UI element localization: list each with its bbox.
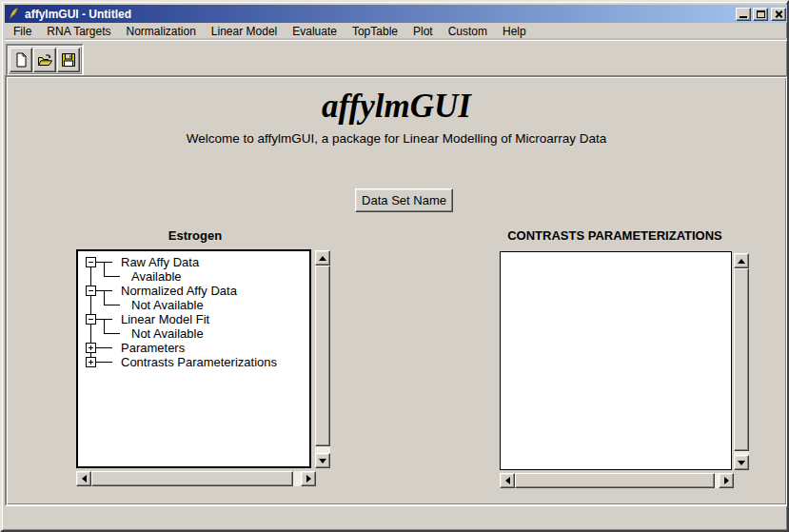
save-file-button[interactable] xyxy=(57,48,80,72)
title-bar[interactable]: affylmGUI - Untitled xyxy=(5,5,788,23)
close-icon xyxy=(774,10,783,18)
scroll-left-button[interactable] xyxy=(76,471,91,486)
minus-icon xyxy=(89,290,93,291)
tree-branch-line xyxy=(96,362,112,363)
down-arrow-icon xyxy=(738,461,745,465)
scroll-up-button[interactable] xyxy=(734,253,749,268)
toolbar xyxy=(6,44,84,76)
close-button[interactable] xyxy=(771,8,786,21)
right-panel-title: CONTRASTS PARAMETERIZATIONS xyxy=(495,228,735,244)
tree-drop-line xyxy=(104,262,105,276)
menu-item-plot[interactable]: Plot xyxy=(405,23,441,41)
menu-item-help[interactable]: Help xyxy=(495,23,534,41)
scrollbar-thumb[interactable] xyxy=(315,266,330,446)
minus-icon xyxy=(89,262,93,263)
tree-item-normalized-affy-data[interactable]: Normalized Affy Data xyxy=(121,284,237,298)
tree-item-not-available[interactable]: Not Available xyxy=(131,326,204,341)
data-set-name-button[interactable]: Data Set Name xyxy=(355,188,453,212)
menu-item-file[interactable]: File xyxy=(6,23,39,41)
tree-item-raw-affy-data[interactable]: Raw Affy Data xyxy=(121,255,199,269)
right-arrow-icon xyxy=(306,475,311,483)
contrasts-listbox[interactable] xyxy=(500,251,732,470)
menu-item-linear-model[interactable]: Linear Model xyxy=(204,23,285,41)
scroll-left-button[interactable] xyxy=(500,473,515,488)
tree-item-contrasts-parameterizations[interactable]: Contrasts Parameterizations xyxy=(121,355,277,369)
scrollbar-thumb[interactable] xyxy=(91,471,293,486)
tk-feather-icon[interactable] xyxy=(7,7,21,21)
scroll-right-button[interactable] xyxy=(719,473,734,488)
tree-item-parameters[interactable]: Parameters xyxy=(121,341,185,355)
scroll-up-button[interactable] xyxy=(315,250,330,266)
tree-expander-minus[interactable] xyxy=(86,314,96,325)
tree-drop-line xyxy=(104,290,105,305)
application-window: affylmGUI - Untitled FileRNA TargetsNorm… xyxy=(0,0,789,532)
plus-icon xyxy=(90,360,91,365)
up-arrow-icon xyxy=(319,256,326,261)
menu-item-evaluate[interactable]: Evaluate xyxy=(285,23,345,41)
app-title: affylmGUI xyxy=(2,88,789,126)
scroll-down-button[interactable] xyxy=(315,453,330,468)
left-arrow-icon xyxy=(82,475,87,483)
menu-item-custom[interactable]: Custom xyxy=(441,23,495,41)
contrasts-horizontal-scrollbar[interactable] xyxy=(500,473,734,488)
plus-icon xyxy=(90,345,91,350)
tree-child-line xyxy=(104,333,120,334)
tree-expander-minus[interactable] xyxy=(86,286,96,296)
menu-item-rna-targets[interactable]: RNA Targets xyxy=(39,23,118,41)
open-folder-icon xyxy=(37,52,53,68)
estrogen-tree: Raw Affy DataAvailableNormalized Affy Da… xyxy=(78,251,309,466)
scrollbar-thumb[interactable] xyxy=(515,473,715,488)
menu-item-toptable[interactable]: TopTable xyxy=(345,23,405,41)
tree-child-line xyxy=(104,305,120,305)
menu-item-normalization[interactable]: Normalization xyxy=(119,23,204,41)
left-arrow-icon xyxy=(505,477,510,484)
tree-expander-minus[interactable] xyxy=(86,257,96,267)
new-document-icon xyxy=(13,52,29,68)
minimize-icon xyxy=(740,16,747,18)
contrasts-vertical-scrollbar[interactable] xyxy=(734,253,749,470)
window-title: affylmGUI - Untitled xyxy=(25,8,736,21)
tree-item-not-available[interactable]: Not Available xyxy=(131,298,204,312)
menu-bar: FileRNA TargetsNormalizationLinear Model… xyxy=(5,23,788,41)
save-floppy-icon xyxy=(61,52,76,68)
maximize-button[interactable] xyxy=(753,8,768,21)
estrogen-horizontal-scrollbar[interactable] xyxy=(76,471,316,486)
tree-item-linear-model-fit[interactable]: Linear Model Fit xyxy=(121,312,209,326)
minus-icon xyxy=(89,319,93,320)
left-panel-title: Estrogen xyxy=(76,228,314,244)
maximize-icon xyxy=(757,10,765,18)
estrogen-vertical-scrollbar[interactable] xyxy=(315,250,330,468)
estrogen-listbox[interactable]: Raw Affy DataAvailableNormalized Affy Da… xyxy=(76,249,311,468)
minimize-button[interactable] xyxy=(736,8,751,21)
welcome-text: Welcome to affylmGUI, a package for Line… xyxy=(2,131,789,146)
tree-child-line xyxy=(104,276,120,277)
tree-item-available[interactable]: Available xyxy=(131,269,182,284)
tree-expander-plus[interactable] xyxy=(86,357,96,367)
right-arrow-icon xyxy=(724,477,729,484)
up-arrow-icon xyxy=(738,259,745,264)
tree-expander-plus[interactable] xyxy=(86,343,96,353)
down-arrow-icon xyxy=(319,459,326,463)
scroll-down-button[interactable] xyxy=(734,455,749,470)
tree-drop-line xyxy=(104,319,105,333)
tree-branch-line xyxy=(96,347,112,348)
scrollbar-thumb[interactable] xyxy=(734,268,749,451)
new-file-button[interactable] xyxy=(10,48,32,72)
scroll-right-button[interactable] xyxy=(301,471,316,486)
open-file-button[interactable] xyxy=(33,48,56,72)
